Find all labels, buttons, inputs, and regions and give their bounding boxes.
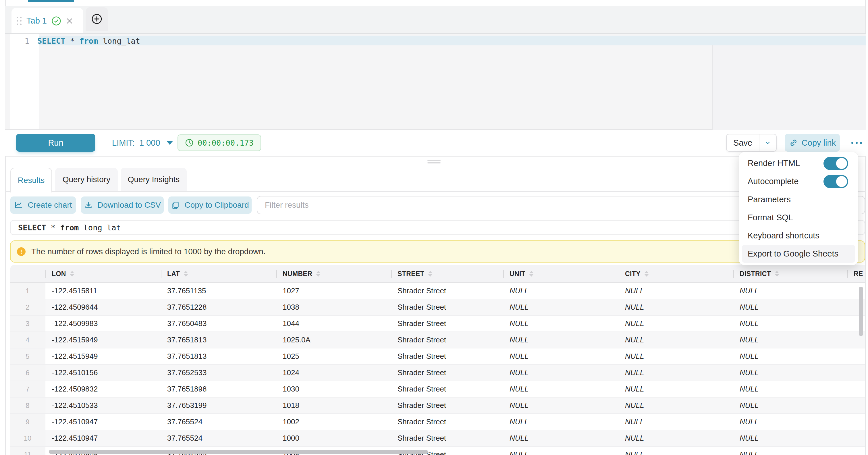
menu-item-label: Keyboard shortcuts: [748, 231, 819, 240]
sort-up-icon: [775, 271, 779, 273]
save-split-button: Save: [726, 134, 777, 152]
menu-item-format-sql[interactable]: Format SQL: [742, 209, 855, 226]
sort-icon[interactable]: [775, 271, 779, 277]
echo-token: from: [60, 223, 79, 232]
query-tab-label[interactable]: Tab 1: [26, 16, 47, 26]
table-cell: NULL: [733, 365, 847, 381]
table-cell: Shrader Street: [391, 283, 503, 299]
query-tab[interactable]: Tab 1: [11, 8, 83, 34]
table-row: 9-122.451094737.7655241002Shrader Street…: [10, 414, 865, 430]
table-cell: -122.4509832: [45, 381, 161, 397]
table-cell: NULL: [733, 299, 847, 315]
table-cell: NULL: [619, 365, 733, 381]
row-number: 6: [10, 365, 45, 381]
table-cell: 37.7651813: [161, 332, 276, 348]
table-cell: NULL: [733, 398, 847, 413]
table-cell: 1027: [276, 283, 391, 299]
toggle-knob: [836, 176, 847, 187]
row-number: 2: [10, 299, 45, 315]
save-button[interactable]: Save: [727, 134, 760, 151]
table-cell: [847, 365, 865, 381]
tab-query-insights[interactable]: Query Insights: [121, 168, 187, 191]
panel-resize-handle[interactable]: [427, 160, 441, 164]
column-header-label: RE: [854, 270, 863, 278]
sql-editor[interactable]: 1 SELECT * from long_lat: [5, 33, 866, 130]
ellipsis-icon: [856, 142, 858, 144]
column-header-number[interactable]: NUMBER: [276, 265, 391, 282]
close-tab-icon[interactable]: [66, 17, 73, 25]
menu-item-autocomplete[interactable]: Autocomplete: [742, 172, 855, 190]
table-cell: NULL: [503, 381, 619, 397]
column-header-label: UNIT: [509, 270, 525, 278]
more-options-button[interactable]: [847, 134, 866, 152]
column-header-lon[interactable]: LON: [45, 265, 161, 282]
sort-icon[interactable]: [184, 271, 188, 277]
vertical-scrollbar[interactable]: [859, 287, 863, 336]
tab-query-history[interactable]: Query history: [55, 168, 118, 191]
table-body: 1-122.451581137.76511351027Shrader Stree…: [10, 283, 865, 455]
table-cell: 1044: [276, 316, 391, 332]
drag-handle-icon[interactable]: [17, 17, 22, 25]
row-number: 8: [10, 398, 45, 413]
column-header-label: LAT: [167, 270, 180, 278]
save-options-button[interactable]: [760, 134, 776, 151]
table-header-row: LONLATNUMBERSTREETUNITCITYDISTRICTRE: [10, 265, 865, 283]
table-cell: 1038: [276, 299, 391, 315]
table-cell: -122.4510947: [45, 414, 161, 430]
download-csv-button[interactable]: Download to CSV: [81, 196, 164, 214]
table-row: 7-122.450983237.76518981030Shrader Stree…: [10, 381, 865, 398]
results-table: LONLATNUMBERSTREETUNITCITYDISTRICTRE 1-1…: [10, 265, 865, 455]
horizontal-scrollbar[interactable]: [49, 450, 428, 454]
warning-text: The number of rows displayed is limited …: [31, 247, 266, 256]
table-cell: NULL: [503, 283, 619, 299]
table-cell: Shrader Street: [391, 348, 503, 364]
table-cell: -122.4515949: [45, 348, 161, 364]
menu-item-parameters[interactable]: Parameters: [742, 190, 855, 209]
sort-up-icon: [316, 271, 320, 273]
create-chart-button[interactable]: Create chart: [10, 196, 76, 214]
table-cell: NULL: [733, 316, 847, 332]
sort-down-icon: [775, 274, 779, 277]
sql-code-line[interactable]: SELECT * from long_lat: [37, 36, 140, 46]
saved-check-icon: [52, 16, 61, 26]
menu-item-keyboard-shortcuts[interactable]: Keyboard shortcuts: [742, 226, 855, 245]
table-cell: 37.765524: [161, 414, 276, 430]
table-cell: Shrader Street: [391, 381, 503, 397]
autocomplete-toggle[interactable]: [824, 175, 848, 188]
limit-dropdown[interactable]: LIMIT: 1 000: [112, 134, 173, 152]
top-progress-bar: [28, 0, 74, 2]
table-cell: NULL: [619, 447, 733, 455]
chart-icon: [14, 201, 23, 210]
table-cell: NULL: [733, 332, 847, 348]
tab-results[interactable]: Results: [10, 168, 52, 192]
table-cell: [847, 447, 865, 455]
column-header-city[interactable]: CITY: [619, 265, 733, 282]
column-header-lat[interactable]: LAT: [161, 265, 276, 282]
copy-link-button[interactable]: Copy link: [785, 134, 840, 152]
sort-icon[interactable]: [316, 271, 320, 277]
table-cell: NULL: [733, 430, 847, 446]
sort-icon[interactable]: [428, 271, 432, 277]
sort-icon[interactable]: [529, 271, 533, 277]
copy-to-clipboard-button[interactable]: Copy to Clipboard: [168, 196, 252, 214]
menu-item-export-to-google-sheets[interactable]: Export to Google Sheets: [742, 245, 855, 263]
column-header-district[interactable]: DISTRICT: [733, 265, 847, 282]
add-tab-button[interactable]: [86, 7, 108, 31]
table-cell: -122.4510156: [45, 365, 161, 381]
sort-icon[interactable]: [70, 271, 74, 277]
table-cell: -122.4509644: [45, 299, 161, 315]
column-header-re[interactable]: RE: [847, 265, 865, 282]
column-header-street[interactable]: STREET: [391, 265, 503, 282]
table-cell: NULL: [619, 332, 733, 348]
table-cell: NULL: [619, 398, 733, 413]
run-button[interactable]: Run: [16, 134, 95, 152]
table-cell: -122.4515811: [45, 283, 161, 299]
menu-item-render-html[interactable]: Render HTML: [742, 154, 855, 172]
table-cell: NULL: [619, 414, 733, 430]
sort-icon[interactable]: [645, 271, 649, 277]
column-header-label: CITY: [625, 270, 641, 278]
render-html-toggle[interactable]: [824, 157, 848, 170]
sort-up-icon: [70, 271, 74, 273]
column-header-unit[interactable]: UNIT: [503, 265, 619, 282]
copy-link-label: Copy link: [802, 138, 836, 148]
